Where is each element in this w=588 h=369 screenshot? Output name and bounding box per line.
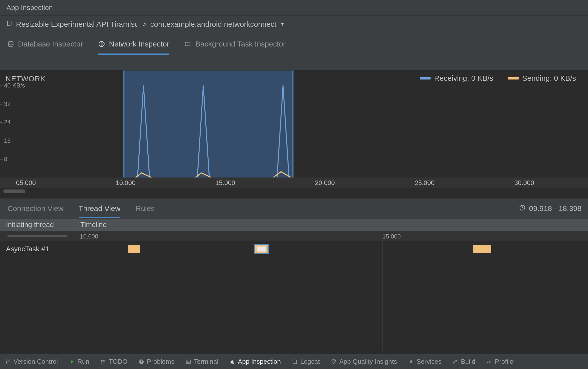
inspector-tab-database-inspector[interactable]: Database Inspector	[7, 33, 83, 55]
svg-point-20	[101, 360, 102, 360]
timeline-tick-row: 10.00015.000	[0, 231, 588, 242]
play-icon	[69, 359, 75, 365]
target-selector[interactable]: Resizable Experimental API Tiramisu > co…	[0, 16, 588, 33]
services-icon	[408, 359, 414, 365]
branch-icon	[5, 359, 11, 365]
clock-icon	[519, 204, 526, 213]
inspector-tab-background-task-inspector[interactable]: Background Task Inspector	[184, 33, 286, 55]
diamond-icon	[331, 359, 337, 365]
svg-point-7	[185, 42, 186, 42]
svg-rect-25	[141, 362, 142, 363]
toolwindow-version-control[interactable]: Version Control	[5, 358, 58, 366]
chart-scrollbar-thumb[interactable]	[3, 190, 25, 193]
chevron-down-icon: ▾	[281, 21, 284, 28]
tab-icon	[184, 40, 192, 48]
svg-point-15	[6, 362, 7, 364]
gauge-icon	[486, 359, 492, 365]
thread-labels-column: AsyncTask #1	[0, 242, 75, 352]
view-tab-rules[interactable]: Rules	[135, 198, 155, 218]
chart-canvas[interactable]	[0, 70, 588, 188]
toolwindow-app-inspection[interactable]: App Inspection	[229, 358, 281, 366]
toolwindow-profiler[interactable]: Profiler	[486, 358, 515, 366]
svg-line-33	[489, 361, 490, 363]
window-title-bar: App Inspection	[0, 0, 588, 16]
hammer-icon	[452, 359, 458, 365]
svg-point-16	[9, 360, 10, 361]
y-tick	[0, 122, 2, 123]
thread-view-body: AsyncTask #1	[0, 242, 588, 352]
thread-col-scrollbar[interactable]	[0, 231, 75, 241]
thread-view-header: Initiating thread Timeline	[0, 218, 588, 231]
x-tick-label: 05.000	[16, 179, 36, 187]
toolwindow-build[interactable]: Build	[452, 358, 475, 366]
view-tab-bar: Connection ViewThread ViewRules 09.918 -…	[0, 198, 588, 218]
x-tick-label: 10.000	[116, 179, 136, 187]
svg-point-9	[185, 45, 186, 46]
timeline-col-header: Timeline	[75, 218, 588, 231]
view-tab-thread-view[interactable]: Thread View	[79, 198, 121, 218]
toolwindow-logcat[interactable]: Logcat	[292, 358, 320, 366]
toolwindow-run[interactable]: Run	[69, 358, 89, 366]
view-tab-connection-view[interactable]: Connection View	[7, 198, 64, 218]
time-range-label: 09.918 - 18.398	[529, 204, 582, 213]
time-range: 09.918 - 18.398	[519, 204, 582, 213]
y-tick-label: 32	[4, 100, 11, 108]
svg-point-21	[101, 362, 102, 362]
tool-window-bar: Version ControlRunTODOProblemsTerminalAp…	[0, 354, 588, 369]
tab-icon	[7, 40, 14, 48]
timeline-tick-zone: 10.00015.000	[75, 231, 588, 241]
y-tick-label: 40 KB/s	[4, 82, 25, 89]
timeline-event[interactable]	[128, 245, 140, 253]
target-device: Resizable Experimental API Tiramisu	[16, 20, 139, 28]
chart-x-axis: 05.00010.00015.00020.00025.00030.000	[0, 178, 588, 188]
svg-point-22	[101, 363, 102, 363]
target-process: com.example.android.networkconnect	[150, 20, 276, 28]
target-sep: >	[142, 20, 147, 28]
x-tick-label: 20.000	[315, 179, 335, 187]
timeline-tick-label: 10.000	[80, 233, 98, 240]
network-chart[interactable]: NETWORK Receiving: 0 KB/s Sending: 0 KB/…	[0, 70, 588, 198]
y-tick	[0, 159, 2, 160]
window-title: App Inspection	[6, 4, 53, 12]
toolwindow-app-quality-insights[interactable]: App Quality Insights	[331, 358, 397, 366]
y-tick	[0, 141, 2, 141]
svg-rect-26	[186, 360, 191, 364]
thread-col-header: Initiating thread	[0, 218, 75, 231]
terminal-icon	[185, 359, 191, 365]
tab-icon	[98, 40, 105, 48]
timeline-gridline	[80, 242, 80, 352]
toolbar-strip	[0, 55, 588, 70]
timeline-event[interactable]	[255, 245, 267, 253]
warn-icon	[138, 359, 144, 365]
x-tick-label: 15.000	[215, 179, 235, 187]
timeline-events-zone[interactable]	[75, 242, 588, 352]
inspector-tab-bar: Database InspectorNetwork InspectorBackg…	[0, 33, 588, 55]
log-icon	[292, 359, 298, 365]
y-tick	[0, 86, 2, 86]
y-tick-label: 16	[4, 137, 11, 144]
toolwindow-problems[interactable]: Problems	[138, 358, 174, 366]
list-icon	[100, 359, 106, 365]
thread-row-label[interactable]: AsyncTask #1	[0, 242, 75, 256]
y-tick	[0, 104, 2, 104]
timeline-tick-label: 15.000	[382, 233, 401, 240]
svg-point-8	[185, 44, 186, 44]
toolwindow-terminal[interactable]: Terminal	[185, 358, 218, 366]
inspector-tab-network-inspector[interactable]: Network Inspector	[98, 33, 169, 55]
toolwindow-services[interactable]: Services	[408, 358, 442, 366]
svg-point-2	[8, 41, 13, 43]
svg-point-14	[6, 360, 7, 361]
x-tick-label: 25.000	[415, 179, 435, 187]
y-tick-label: 24	[4, 119, 11, 126]
toolwindow-todo[interactable]: TODO	[100, 358, 127, 366]
svg-point-28	[231, 360, 234, 364]
timeline-gridline	[382, 242, 383, 352]
device-icon	[6, 20, 12, 28]
timeline-event[interactable]	[473, 245, 491, 253]
bug-icon	[229, 359, 235, 365]
svg-rect-24	[141, 360, 142, 362]
x-tick-label: 30.000	[514, 179, 534, 187]
y-tick-label: 8	[4, 156, 7, 162]
